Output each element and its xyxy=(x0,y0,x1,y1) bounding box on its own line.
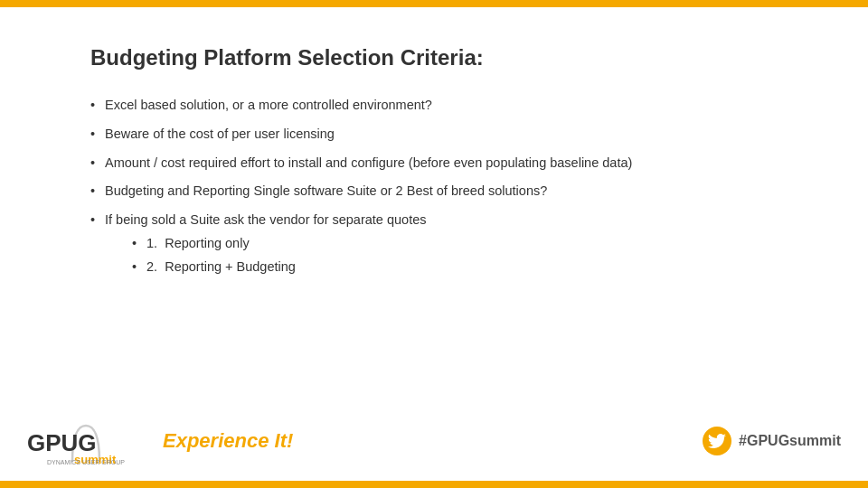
logo-tagline: DYNAMICS USER GROUP xyxy=(47,459,125,465)
experience-text: Experience It! xyxy=(163,429,293,453)
list-item: Beware of the cost of per user licensing xyxy=(90,125,814,145)
gpug-logo: GPUG summit ST LOUIS · 2014 DYNAMICS USE… xyxy=(27,417,145,465)
logo-area: GPUG summit ST LOUIS · 2014 DYNAMICS USE… xyxy=(27,417,293,465)
hashtag-area: #GPUGsummit xyxy=(703,427,841,455)
sub-list-item: 2. Reporting + Budgeting xyxy=(132,258,814,277)
hashtag-text: #GPUGsummit xyxy=(739,433,841,449)
list-item: If being sold a Suite ask the vendor for… xyxy=(90,211,814,277)
bullet-list: Excel based solution, or a more controll… xyxy=(90,96,814,277)
top-bar xyxy=(0,0,868,7)
bottom-bar xyxy=(0,481,868,488)
slide-title: Budgeting Platform Selection Criteria: xyxy=(90,45,814,70)
list-item: Excel based solution, or a more controll… xyxy=(90,96,814,116)
footer: GPUG summit ST LOUIS · 2014 DYNAMICS USE… xyxy=(0,405,868,477)
sub-list-item: 1. Reporting only xyxy=(132,234,814,254)
list-item: Amount / cost required effort to install… xyxy=(90,154,814,174)
slide-content: Budgeting Platform Selection Criteria: E… xyxy=(90,27,814,416)
twitter-bird-icon xyxy=(708,434,726,448)
list-item: Budgeting and Reporting Single software … xyxy=(90,182,814,202)
twitter-icon xyxy=(703,427,731,455)
